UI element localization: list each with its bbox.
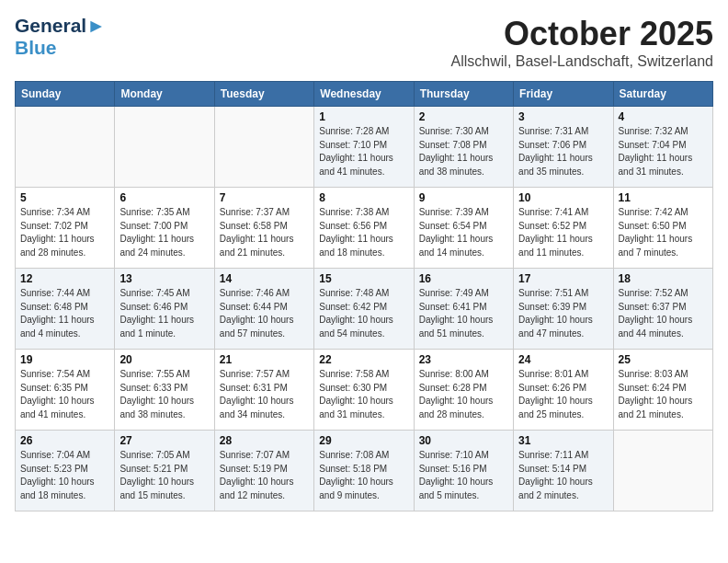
calendar-cell: 13Sunrise: 7:45 AMSunset: 6:46 PMDayligh…: [115, 269, 214, 350]
weekday-header-tuesday: Tuesday: [214, 82, 313, 107]
calendar-body: 1Sunrise: 7:28 AMSunset: 7:10 PMDaylight…: [16, 107, 713, 511]
calendar-cell: 18Sunrise: 7:52 AMSunset: 6:37 PMDayligh…: [613, 269, 712, 350]
day-number: 29: [319, 434, 408, 447]
calendar-cell: 19Sunrise: 7:54 AMSunset: 6:35 PMDayligh…: [16, 350, 115, 431]
day-number: 7: [220, 191, 309, 204]
calendar-cell: 9Sunrise: 7:39 AMSunset: 6:54 PMDaylight…: [414, 188, 513, 269]
day-number: 12: [20, 272, 109, 285]
page-header: General► Blue October 2025 Allschwil, Ba…: [15, 15, 713, 70]
day-info: Sunrise: 7:42 AMSunset: 6:50 PMDaylight:…: [619, 206, 708, 259]
day-number: 26: [20, 434, 109, 447]
calendar-cell: 31Sunrise: 7:11 AMSunset: 5:14 PMDayligh…: [514, 431, 613, 511]
weekday-header-thursday: Thursday: [414, 82, 513, 107]
day-number: 17: [518, 272, 608, 285]
day-number: 3: [518, 110, 608, 123]
weekday-header-monday: Monday: [115, 82, 214, 107]
day-number: 18: [619, 272, 708, 285]
day-info: Sunrise: 7:30 AMSunset: 7:08 PMDaylight:…: [419, 125, 508, 178]
day-info: Sunrise: 7:39 AMSunset: 6:54 PMDaylight:…: [419, 206, 508, 259]
day-info: Sunrise: 7:51 AMSunset: 6:39 PMDaylight:…: [518, 287, 608, 340]
day-info: Sunrise: 7:31 AMSunset: 7:06 PMDaylight:…: [518, 125, 608, 178]
week-row-3: 19Sunrise: 7:54 AMSunset: 6:35 PMDayligh…: [16, 350, 713, 431]
day-number: 19: [20, 353, 109, 366]
day-number: 15: [319, 272, 408, 285]
calendar-cell: [115, 107, 214, 188]
day-info: Sunrise: 7:55 AMSunset: 6:33 PMDaylight:…: [119, 368, 209, 421]
calendar-cell: 26Sunrise: 7:04 AMSunset: 5:23 PMDayligh…: [16, 431, 115, 511]
logo: General► Blue: [15, 15, 106, 59]
day-number: 28: [220, 434, 309, 447]
calendar-cell: 6Sunrise: 7:35 AMSunset: 7:00 PMDaylight…: [115, 188, 214, 269]
day-info: Sunrise: 7:32 AMSunset: 7:04 PMDaylight:…: [619, 125, 708, 178]
week-row-1: 5Sunrise: 7:34 AMSunset: 7:02 PMDaylight…: [16, 188, 713, 269]
day-info: Sunrise: 7:08 AMSunset: 5:18 PMDaylight:…: [319, 449, 408, 502]
calendar-cell: 28Sunrise: 7:07 AMSunset: 5:19 PMDayligh…: [214, 431, 313, 511]
week-row-4: 26Sunrise: 7:04 AMSunset: 5:23 PMDayligh…: [16, 431, 713, 511]
calendar-cell: 23Sunrise: 8:00 AMSunset: 6:28 PMDayligh…: [414, 350, 513, 431]
day-info: Sunrise: 7:04 AMSunset: 5:23 PMDaylight:…: [20, 449, 109, 502]
calendar-header: SundayMondayTuesdayWednesdayThursdayFrid…: [16, 82, 713, 107]
day-info: Sunrise: 7:44 AMSunset: 6:48 PMDaylight:…: [20, 287, 109, 340]
day-info: Sunrise: 7:48 AMSunset: 6:42 PMDaylight:…: [319, 287, 408, 340]
day-info: Sunrise: 8:01 AMSunset: 6:26 PMDaylight:…: [518, 368, 608, 421]
day-number: 10: [518, 191, 608, 204]
calendar-cell: 20Sunrise: 7:55 AMSunset: 6:33 PMDayligh…: [115, 350, 214, 431]
weekday-row: SundayMondayTuesdayWednesdayThursdayFrid…: [16, 82, 713, 107]
day-info: Sunrise: 7:07 AMSunset: 5:19 PMDaylight:…: [220, 449, 309, 502]
day-info: Sunrise: 7:34 AMSunset: 7:02 PMDaylight:…: [20, 206, 109, 259]
calendar-cell: 11Sunrise: 7:42 AMSunset: 6:50 PMDayligh…: [613, 188, 712, 269]
calendar-cell: [613, 431, 712, 511]
day-info: Sunrise: 7:28 AMSunset: 7:10 PMDaylight:…: [319, 125, 408, 178]
calendar-cell: 7Sunrise: 7:37 AMSunset: 6:58 PMDaylight…: [214, 188, 313, 269]
day-number: 27: [119, 434, 209, 447]
calendar-cell: 12Sunrise: 7:44 AMSunset: 6:48 PMDayligh…: [16, 269, 115, 350]
week-row-0: 1Sunrise: 7:28 AMSunset: 7:10 PMDaylight…: [16, 107, 713, 188]
day-info: Sunrise: 7:05 AMSunset: 5:21 PMDaylight:…: [119, 449, 209, 502]
calendar-cell: 5Sunrise: 7:34 AMSunset: 7:02 PMDaylight…: [16, 188, 115, 269]
day-number: 20: [119, 353, 209, 366]
calendar-cell: 1Sunrise: 7:28 AMSunset: 7:10 PMDaylight…: [314, 107, 414, 188]
calendar-cell: 3Sunrise: 7:31 AMSunset: 7:06 PMDaylight…: [514, 107, 613, 188]
weekday-header-saturday: Saturday: [613, 82, 712, 107]
calendar-cell: 30Sunrise: 7:10 AMSunset: 5:16 PMDayligh…: [414, 431, 513, 511]
day-number: 25: [619, 353, 708, 366]
day-number: 24: [518, 353, 608, 366]
day-info: Sunrise: 7:45 AMSunset: 6:46 PMDaylight:…: [119, 287, 209, 340]
weekday-header-sunday: Sunday: [16, 82, 115, 107]
day-number: 16: [419, 272, 508, 285]
weekday-header-wednesday: Wednesday: [314, 82, 414, 107]
day-number: 30: [419, 434, 508, 447]
day-info: Sunrise: 7:11 AMSunset: 5:14 PMDaylight:…: [518, 449, 608, 502]
weekday-header-friday: Friday: [514, 82, 613, 107]
day-number: 6: [119, 191, 209, 204]
day-info: Sunrise: 7:57 AMSunset: 6:31 PMDaylight:…: [220, 368, 309, 421]
calendar-cell: 17Sunrise: 7:51 AMSunset: 6:39 PMDayligh…: [514, 269, 613, 350]
month-title: October 2025: [451, 15, 713, 53]
day-number: 9: [419, 191, 508, 204]
calendar-cell: 15Sunrise: 7:48 AMSunset: 6:42 PMDayligh…: [314, 269, 414, 350]
day-number: 21: [220, 353, 309, 366]
day-info: Sunrise: 8:03 AMSunset: 6:24 PMDaylight:…: [619, 368, 708, 421]
calendar-cell: [16, 107, 115, 188]
day-number: 5: [20, 191, 109, 204]
calendar-cell: 4Sunrise: 7:32 AMSunset: 7:04 PMDaylight…: [613, 107, 712, 188]
calendar-cell: 10Sunrise: 7:41 AMSunset: 6:52 PMDayligh…: [514, 188, 613, 269]
day-info: Sunrise: 7:37 AMSunset: 6:58 PMDaylight:…: [220, 206, 309, 259]
day-info: Sunrise: 7:10 AMSunset: 5:16 PMDaylight:…: [419, 449, 508, 502]
day-info: Sunrise: 7:54 AMSunset: 6:35 PMDaylight:…: [20, 368, 109, 421]
calendar-cell: 21Sunrise: 7:57 AMSunset: 6:31 PMDayligh…: [214, 350, 313, 431]
calendar-cell: 27Sunrise: 7:05 AMSunset: 5:21 PMDayligh…: [115, 431, 214, 511]
day-info: Sunrise: 7:35 AMSunset: 7:00 PMDaylight:…: [119, 206, 209, 259]
calendar-cell: 25Sunrise: 8:03 AMSunset: 6:24 PMDayligh…: [613, 350, 712, 431]
day-number: 31: [518, 434, 608, 447]
day-number: 14: [220, 272, 309, 285]
logo-text: General►: [15, 15, 106, 37]
day-info: Sunrise: 7:38 AMSunset: 6:56 PMDaylight:…: [319, 206, 408, 259]
day-number: 1: [319, 110, 408, 123]
day-info: Sunrise: 7:41 AMSunset: 6:52 PMDaylight:…: [518, 206, 608, 259]
week-row-2: 12Sunrise: 7:44 AMSunset: 6:48 PMDayligh…: [16, 269, 713, 350]
day-info: Sunrise: 7:46 AMSunset: 6:44 PMDaylight:…: [220, 287, 309, 340]
day-number: 2: [419, 110, 508, 123]
day-info: Sunrise: 7:58 AMSunset: 6:30 PMDaylight:…: [319, 368, 408, 421]
calendar-cell: 14Sunrise: 7:46 AMSunset: 6:44 PMDayligh…: [214, 269, 313, 350]
